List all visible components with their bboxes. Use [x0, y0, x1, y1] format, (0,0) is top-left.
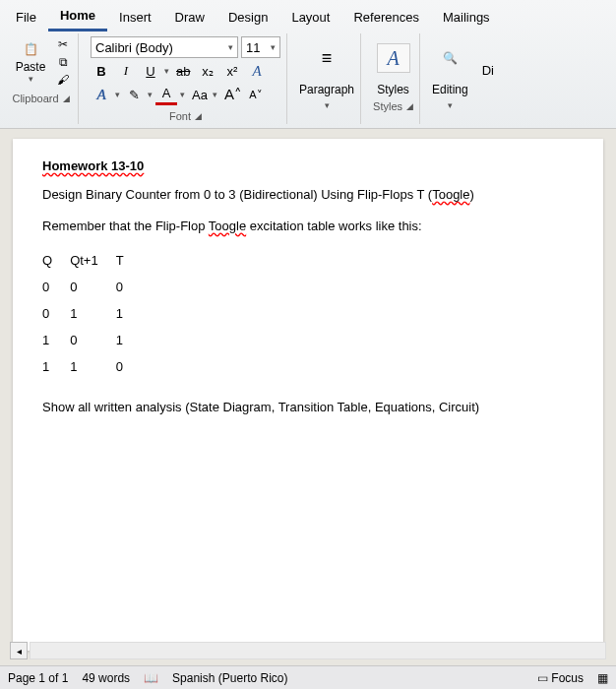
- chevron-down-icon: ▾: [228, 42, 233, 52]
- tab-mailings[interactable]: Mailings: [431, 4, 502, 31]
- focus-icon: ▭: [537, 671, 548, 685]
- tab-file[interactable]: File: [4, 4, 48, 31]
- tab-references[interactable]: References: [341, 4, 430, 31]
- clipboard-icon: 📋: [22, 40, 39, 58]
- styles-panel-label: Styles ◢: [373, 96, 413, 112]
- table-header: Q Qt+1 T: [42, 247, 142, 274]
- highlight-button[interactable]: ✎: [123, 86, 145, 104]
- chevron-down-icon: ▾: [115, 90, 120, 99]
- ribbon-tabs: File Home Insert Draw Design Layout Refe…: [0, 0, 616, 31]
- ribbon-groups: 📋 Paste ▾ ✂ ⧉ 🖌 Clipboard ◢ Calibri (Bod…: [0, 31, 616, 128]
- subscript-button[interactable]: x₂: [197, 62, 218, 81]
- table-row: 110: [42, 353, 142, 380]
- dialog-launcher-icon[interactable]: ◢: [63, 94, 70, 103]
- group-font: Calibri (Body) ▾ 11 ▾ B I U ▾ ab x₂ x² A…: [85, 33, 287, 124]
- text-effects-button[interactable]: A: [246, 61, 268, 82]
- doc-line-3: Show all written analysis (State Diagram…: [42, 398, 574, 417]
- font-size-select[interactable]: 11 ▾: [241, 36, 280, 58]
- chevron-down-icon[interactable]: ▾: [448, 100, 453, 110]
- search-icon[interactable]: 🔍: [441, 49, 459, 67]
- chevron-down-icon: ▾: [271, 42, 276, 52]
- superscript-button[interactable]: x²: [221, 62, 243, 81]
- copy-button[interactable]: ⧉: [54, 53, 72, 71]
- doc-line-1: Design Binary Counter from 0 to 3 (Bidir…: [42, 185, 574, 205]
- strikethrough-button[interactable]: ab: [172, 62, 194, 81]
- group-styles: A Styles Styles ◢: [367, 33, 420, 124]
- dialog-launcher-icon[interactable]: ◢: [406, 101, 413, 111]
- ribbon: File Home Insert Draw Design Layout Refe…: [0, 0, 616, 129]
- styles-gallery-button[interactable]: A: [377, 43, 410, 73]
- font-size-value: 11: [246, 40, 260, 55]
- doc-line-2: Remember that the Flip-Flop Toogle excit…: [42, 217, 574, 236]
- chevron-down-icon: ▾: [148, 90, 153, 99]
- table-row: 011: [42, 300, 142, 327]
- font-fill-button[interactable]: A: [91, 85, 112, 105]
- chevron-down-icon: ▾: [180, 90, 185, 99]
- scroll-left-button[interactable]: ◂: [10, 642, 28, 659]
- editing-label: Editing: [432, 83, 468, 96]
- change-case-button[interactable]: Aa: [188, 86, 210, 104]
- paragraph-label: Paragraph: [299, 83, 354, 96]
- font-family-value: Calibri (Body): [95, 40, 173, 55]
- group-clipboard: 📋 Paste ▾ ✂ ⧉ 🖌 Clipboard ◢: [4, 33, 79, 124]
- font-label-text: Font: [169, 110, 191, 122]
- shrink-font-button[interactable]: A˅: [245, 87, 267, 103]
- page-indicator[interactable]: Page 1 of 1: [8, 671, 68, 685]
- horizontal-scrollbar[interactable]: [30, 642, 606, 659]
- italic-button[interactable]: I: [115, 61, 137, 81]
- excitation-table: Q Qt+1 T 000 011 101 110: [42, 247, 142, 380]
- paste-label: Paste: [16, 60, 46, 74]
- status-bar: Page 1 of 1 49 words 📖 Spanish (Puerto R…: [0, 665, 616, 689]
- tab-insert[interactable]: Insert: [107, 4, 163, 31]
- language-indicator[interactable]: Spanish (Puerto Rico): [172, 671, 287, 685]
- font-group-label: Font ◢: [91, 106, 280, 122]
- styles-label: Styles: [373, 83, 413, 96]
- chevron-down-icon[interactable]: ▾: [325, 100, 330, 110]
- word-count[interactable]: 49 words: [82, 671, 130, 685]
- dialog-launcher-icon[interactable]: ◢: [195, 111, 202, 121]
- focus-mode-button[interactable]: ▭ Focus: [537, 671, 584, 685]
- grow-font-button[interactable]: A˄: [220, 84, 242, 105]
- font-color-button[interactable]: A: [155, 84, 177, 105]
- tab-home[interactable]: Home: [48, 2, 107, 31]
- format-painter-button[interactable]: 🖌: [54, 71, 72, 89]
- group-editing: 🔍 Editing ▾: [426, 33, 474, 124]
- group-paragraph: ≡ Paragraph ▾: [293, 33, 361, 124]
- bold-button[interactable]: B: [91, 62, 112, 81]
- cut-button[interactable]: ✂: [54, 35, 72, 53]
- font-family-select[interactable]: Calibri (Body) ▾: [91, 36, 238, 58]
- table-row: 000: [42, 274, 142, 300]
- tab-layout[interactable]: Layout: [279, 4, 341, 31]
- cutoff-text: Di: [480, 33, 494, 124]
- paste-button[interactable]: 📋 Paste ▾: [10, 40, 51, 84]
- document-page[interactable]: Homework 13-10 Design Binary Counter fro…: [13, 139, 603, 651]
- doc-title: Homework 13-10: [42, 158, 574, 173]
- paragraph-icon[interactable]: ≡: [318, 49, 336, 67]
- spellcheck-icon[interactable]: 📖: [144, 671, 158, 685]
- chevron-down-icon: ▾: [29, 74, 33, 84]
- tab-draw[interactable]: Draw: [163, 4, 216, 31]
- chevron-down-icon: ▾: [164, 66, 169, 76]
- table-row: 101: [42, 327, 142, 353]
- clipboard-group-label: Clipboard ◢: [10, 89, 72, 104]
- read-mode-icon[interactable]: ▦: [597, 671, 608, 685]
- chevron-down-icon: ▾: [213, 90, 217, 99]
- tab-design[interactable]: Design: [216, 4, 279, 31]
- underline-button[interactable]: U: [140, 62, 161, 81]
- clipboard-label-text: Clipboard: [12, 93, 58, 104]
